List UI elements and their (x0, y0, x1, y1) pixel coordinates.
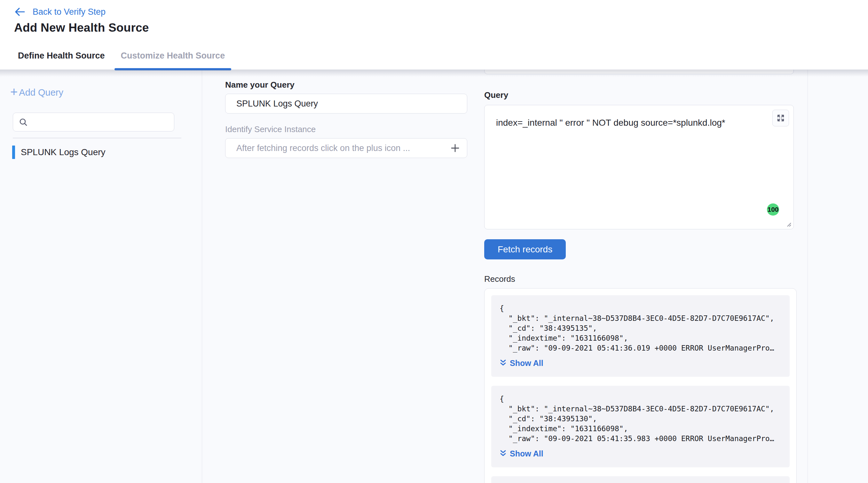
resize-handle-icon[interactable] (785, 220, 792, 228)
add-health-source-page: Back to Verify Step Add New Health Sourc… (0, 0, 868, 483)
query-column: Query index=_internal " error " NOT debu… (483, 70, 808, 483)
content-area: + Add Query SPLUNK Logs Query Name y (0, 70, 868, 483)
plus-icon (450, 143, 460, 153)
record-json-line: "_indextime": "1631166098", (500, 333, 783, 343)
identify-service-instance-label: Identify Service Instance (225, 124, 483, 134)
query-form-column: Name your Query Identify Service Instanc… (202, 70, 483, 483)
back-link-label: Back to Verify Step (33, 7, 105, 17)
add-query-label: Add Query (19, 87, 63, 98)
query-name-input[interactable] (225, 94, 467, 114)
double-chevron-down-icon (500, 359, 506, 367)
query-label: Query (484, 90, 808, 100)
right-edge-strip (808, 70, 868, 483)
double-chevron-down-icon (500, 449, 506, 458)
tab-customize-label: Customize Health Source (121, 51, 225, 61)
record-card: { "_bkt": "_internal~38~D537D8B4-3EC0-4D… (491, 386, 789, 467)
records-label: Records (484, 274, 808, 284)
page-header: Back to Verify Step Add New Health Sourc… (0, 0, 868, 42)
records-panel: { "_bkt": "_internal~38~D537D8B4-3EC0-4D… (484, 288, 797, 483)
add-service-instance-button[interactable] (443, 139, 467, 158)
record-json-line: "_bkt": "_internal~38~D537D8B4-3EC0-4D5E… (500, 404, 783, 414)
service-instance-input[interactable] (225, 143, 443, 153)
record-json-line: { (500, 394, 783, 404)
record-json-line: "_cd": "38:4395135", (500, 323, 783, 333)
clipped-input-field[interactable] (484, 70, 794, 74)
show-all-label: Show All (510, 448, 544, 459)
tab-bar: Define Health Source Customize Health So… (0, 42, 868, 70)
show-all-label: Show All (510, 358, 544, 368)
tab-define-health-source[interactable]: Define Health Source (18, 42, 105, 69)
tab-customize-health-source[interactable]: Customize Health Source (115, 42, 231, 69)
show-all-link[interactable]: Show All (500, 448, 544, 459)
record-json-line: "_indextime": "1631166098", (500, 424, 783, 434)
sidebar-item-splunk-logs-query[interactable]: SPLUNK Logs Query (12, 146, 105, 159)
name-your-query-label: Name your Query (225, 80, 483, 90)
show-all-link[interactable]: Show All (500, 358, 544, 368)
plus-icon: + (10, 87, 18, 97)
query-editor: index=_internal " error " NOT debug sour… (484, 105, 794, 229)
match-count-badge: 100 (767, 204, 779, 216)
fetch-records-button[interactable]: Fetch records (484, 239, 566, 260)
record-json-line: "_bkt": "_internal~38~D537D8B4-3EC0-4D5E… (500, 313, 783, 323)
record-card-partially-visible (491, 476, 789, 483)
record-card: { "_bkt": "_internal~38~D537D8B4-3EC0-4D… (491, 295, 789, 377)
expand-query-button[interactable] (772, 110, 789, 126)
search-input[interactable] (32, 117, 168, 127)
sidebar-divider (13, 138, 181, 138)
page-title: Add New Health Source (14, 21, 868, 34)
record-json-line: "_raw": "09-09-2021 05:41:35.983 +0000 E… (500, 434, 783, 444)
expand-icon (776, 114, 785, 122)
record-json-line: "_cd": "38:4395130", (500, 414, 783, 424)
back-link[interactable]: Back to Verify Step (14, 5, 105, 19)
record-json-line: "_raw": "09-09-2021 05:41:36.019 +0000 E… (500, 343, 783, 353)
record-json-line: { (500, 304, 783, 313)
back-arrow-icon (14, 7, 26, 17)
active-tab-underline (115, 68, 231, 70)
query-sidebar: + Add Query SPLUNK Logs Query (0, 70, 202, 483)
add-query-button[interactable]: + Add Query (10, 87, 63, 98)
search-icon (19, 118, 28, 127)
query-search-box[interactable] (13, 113, 174, 131)
tab-define-label: Define Health Source (18, 51, 105, 61)
query-item-label: SPLUNK Logs Query (21, 147, 105, 157)
service-instance-field (225, 138, 467, 158)
selected-item-indicator (12, 146, 15, 159)
query-text[interactable]: index=_internal " error " NOT debug sour… (485, 105, 794, 129)
match-count-value: 100 (767, 206, 778, 213)
